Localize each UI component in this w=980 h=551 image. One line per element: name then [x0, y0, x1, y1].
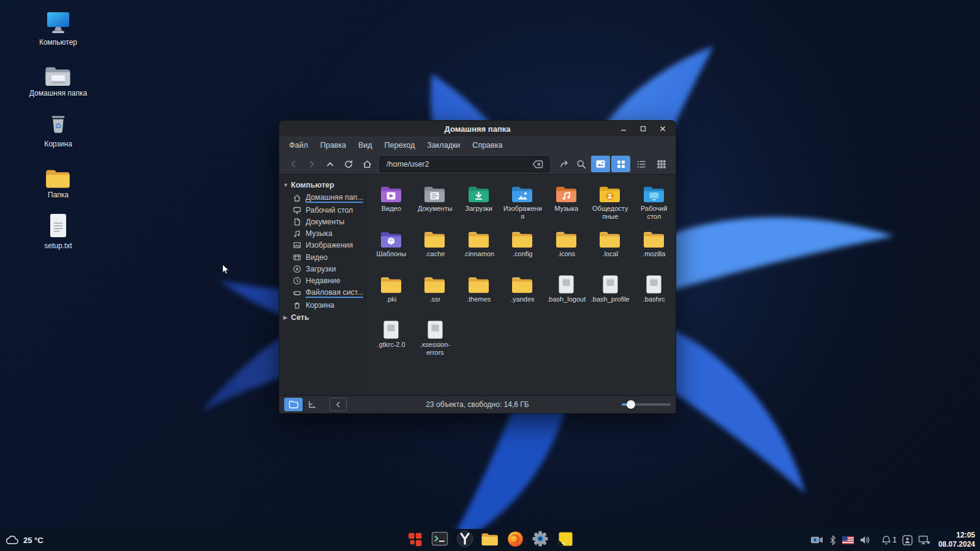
file-item[interactable]: .icons — [545, 226, 589, 272]
file-item-label: .xsession-errors — [415, 341, 454, 357]
sidebar-item-pictures[interactable]: Изображения — [279, 240, 366, 251]
menu-help[interactable]: Справка — [466, 137, 508, 154]
file-item[interactable]: .mozilla — [632, 226, 676, 272]
close-button[interactable] — [656, 123, 669, 135]
back-button[interactable] — [284, 156, 303, 172]
menu-bookmarks[interactable]: Закладки — [421, 137, 466, 154]
file-item[interactable]: .bash_profile — [589, 272, 633, 317]
setup-txt-icon — [46, 211, 70, 240]
file-item[interactable]: .ssr — [413, 272, 458, 317]
sidebar-section-computer[interactable]: ▼ Компьютер — [279, 179, 366, 191]
volume-icon[interactable] — [859, 535, 870, 545]
toggle-location-entry-icon[interactable] — [556, 156, 573, 172]
file-item[interactable]: Общедоступные — [589, 181, 633, 226]
file-item[interactable]: .xsession-errors — [413, 317, 458, 362]
file-item-label: .config — [513, 250, 532, 258]
file-item[interactable]: .pki — [369, 272, 413, 317]
desktop-icon-label: setup.txt — [44, 242, 72, 251]
sidebar-item-recent[interactable]: Недавние — [279, 275, 366, 286]
file-item[interactable]: Музыка — [545, 181, 589, 226]
file-item[interactable]: .bash_logout — [545, 272, 589, 317]
desktop-icon-home-folder[interactable]: Домашняя папка — [24, 58, 92, 109]
taskbar-app-firefox[interactable] — [505, 530, 525, 550]
sidebar-item-documents[interactable]: Документы — [279, 216, 366, 227]
folder-icon — [643, 226, 666, 249]
maximize-button[interactable] — [636, 123, 650, 135]
clock-widget[interactable]: 12:05 08.07.2024 — [936, 531, 975, 549]
sidebar-item-video[interactable]: Видео — [279, 251, 366, 263]
compact-view-button[interactable] — [652, 156, 671, 172]
file-item[interactable]: Загрузки — [457, 181, 501, 226]
sidebar-item-label: Файловая сист... — [306, 288, 363, 298]
home-button[interactable] — [358, 156, 376, 172]
file-item[interactable]: .bashrc — [632, 272, 676, 317]
folder-icon — [555, 226, 578, 249]
desktop-icon-label: Корзина — [44, 140, 72, 149]
taskbar-app-file-manager[interactable] — [480, 530, 500, 550]
network-icon[interactable] — [918, 535, 930, 545]
menu-go[interactable]: Переход — [379, 137, 421, 154]
zoom-slider[interactable] — [622, 398, 671, 411]
taskbar-app-settings[interactable] — [530, 530, 550, 550]
folder-icon — [467, 272, 491, 294]
keyboard-layout-us-icon[interactable] — [842, 536, 854, 544]
icon-view-button[interactable] — [611, 156, 630, 172]
sidebar-item-desktop[interactable]: Рабочий стол — [279, 204, 366, 216]
forward-button[interactable] — [303, 156, 321, 172]
file-item[interactable]: Документы — [413, 181, 458, 226]
file-icon — [557, 272, 575, 294]
sidebar-item-trash[interactable]: Корзина — [279, 300, 366, 311]
bluetooth-icon[interactable] — [829, 535, 837, 545]
file-icon — [382, 317, 400, 340]
menu-view[interactable]: Вид — [352, 137, 379, 154]
taskbar-app-notes[interactable] — [556, 530, 575, 550]
sidebar-item-downloads[interactable]: Загрузки — [279, 263, 366, 275]
file-item[interactable]: .gtkrc-2.0 — [369, 317, 413, 362]
desktop-icon-setup-txt[interactable]: setup.txt — [24, 211, 92, 262]
file-item-label: .mozilla — [643, 250, 665, 258]
file-item[interactable]: .cinnamon — [457, 226, 501, 272]
up-button[interactable] — [321, 156, 339, 172]
file-item[interactable]: Шаблоны — [369, 226, 413, 272]
file-item[interactable]: .yandex — [501, 272, 545, 317]
clear-path-icon[interactable] — [529, 156, 546, 172]
search-icon[interactable] — [573, 156, 590, 172]
weather-widget[interactable]: 25 °C — [0, 535, 43, 545]
path-input[interactable] — [385, 159, 529, 169]
file-grid: Видео Документы Загрузки Изображения Муз… — [369, 181, 676, 362]
menu-edit[interactable]: Правка — [314, 137, 352, 154]
sidebar-item-home[interactable]: Домашняя пап... — [279, 191, 366, 204]
file-view[interactable]: Видео Документы Загрузки Изображения Муз… — [366, 175, 676, 395]
refresh-button[interactable] — [339, 156, 358, 172]
user-session-icon[interactable] — [902, 535, 913, 545]
computer-icon — [44, 7, 72, 37]
sidebar-section-network[interactable]: ▶ Сеть — [279, 311, 366, 324]
camera-icon[interactable] — [810, 535, 823, 545]
file-item[interactable]: .local — [589, 226, 633, 272]
list-view-button[interactable] — [631, 156, 650, 172]
desktop-icon-computer[interactable]: Компьютер — [24, 7, 92, 58]
sidebar-item-music[interactable]: Музыка — [279, 228, 366, 240]
sidebar-item-filesystem[interactable]: Файловая сист... — [279, 287, 366, 300]
taskbar-app-terminal[interactable] — [430, 530, 450, 550]
taskbar-app-yandex-browser[interactable] — [455, 530, 475, 550]
home-icon — [293, 194, 301, 202]
desktop-icon-folder[interactable]: Папка — [24, 160, 92, 211]
menu-file[interactable]: Файл — [283, 137, 314, 154]
file-item[interactable]: .cache — [413, 226, 458, 272]
file-item[interactable]: .themes — [457, 272, 501, 317]
desktop-icon-trash[interactable]: ♻ Корзина — [24, 109, 92, 160]
file-item[interactable]: Изображения — [501, 181, 545, 226]
taskbar-apps — [405, 530, 575, 550]
minimize-button[interactable] — [617, 123, 630, 135]
file-item[interactable]: .config — [501, 226, 545, 272]
zoom-slider-knob[interactable] — [627, 400, 635, 409]
desktop-icon-label: Папка — [48, 191, 69, 200]
folder-icon — [555, 181, 578, 203]
thumbnails-toggle-button[interactable] — [591, 156, 610, 172]
window-titlebar[interactable]: Домашняя папка — [279, 121, 676, 137]
file-item[interactable]: Видео — [369, 181, 413, 226]
notifications-indicator[interactable]: 1 — [881, 535, 897, 545]
file-item[interactable]: Рабочий стол — [632, 181, 676, 226]
taskbar-app-start-menu[interactable] — [405, 530, 424, 550]
